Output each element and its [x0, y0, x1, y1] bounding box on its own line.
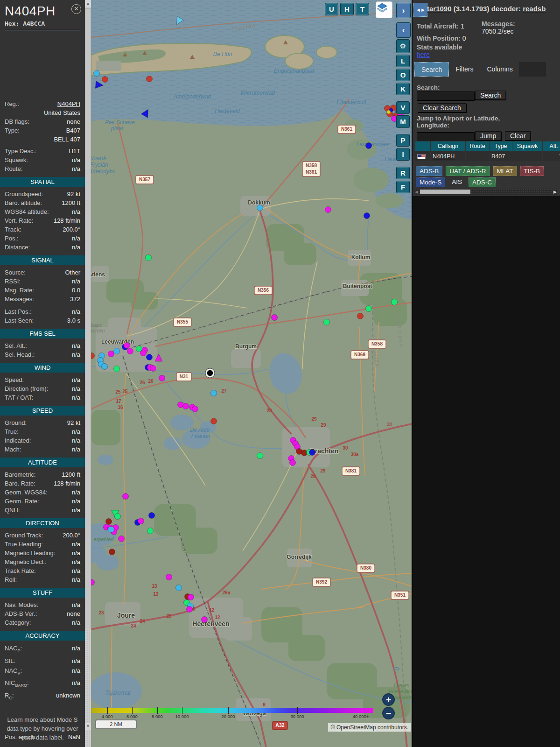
aircraft-marker[interactable] — [387, 110, 391, 114]
aircraft-marker[interactable] — [127, 348, 133, 354]
aircraft-marker[interactable] — [94, 70, 100, 77]
aircraft-marker[interactable] — [123, 493, 129, 500]
map-button-t[interactable]: T — [356, 3, 369, 15]
aircraft-marker[interactable] — [146, 255, 152, 261]
aircraft-marker[interactable] — [357, 313, 364, 319]
panel-collapse-icon[interactable]: ◄► — [413, 3, 427, 17]
aircraft-marker[interactable] — [324, 319, 330, 325]
tab-columns[interactable]: Columns — [480, 62, 519, 77]
aircraft-marker[interactable] — [159, 375, 165, 381]
tab-filters[interactable]: Filters — [449, 62, 480, 77]
map-button-r[interactable]: R — [396, 167, 410, 179]
panel-close-icon[interactable]: ‹ — [396, 22, 411, 38]
aircraft-marker[interactable] — [147, 76, 153, 82]
aircraft-marker[interactable] — [272, 315, 278, 321]
search-button[interactable]: Search — [475, 91, 506, 100]
map-button-u[interactable]: U — [325, 3, 338, 15]
aircraft-marker[interactable] — [147, 528, 154, 534]
map-button-f[interactable]: F — [396, 181, 410, 193]
col-header-Alt. (ft)[interactable]: Alt. (ft) — [543, 141, 560, 151]
scroll-up-icon[interactable]: ▲ — [85, 0, 91, 7]
h-scrollbar-thumb[interactable] — [420, 190, 470, 194]
table-row[interactable]: N404PHB4071200 — [415, 151, 560, 162]
sidebar-scrollbar[interactable]: ▲ ▼ — [85, 0, 91, 747]
aircraft-marker[interactable] — [364, 213, 370, 219]
aircraft-marker[interactable] — [108, 351, 114, 357]
aircraft-marker[interactable] — [366, 306, 372, 312]
aircraft-marker[interactable] — [309, 450, 315, 456]
aircraft-marker[interactable] — [109, 549, 115, 555]
clear-search-button[interactable]: Clear Search — [418, 103, 466, 113]
aircraft-marker[interactable] — [257, 453, 263, 459]
aircraft-marker[interactable] — [115, 514, 121, 520]
map-canvas[interactable]: FryslânDe HônEngelsmanplaatAmelanderwadW… — [91, 0, 412, 747]
aircraft-marker[interactable] — [106, 519, 112, 525]
jump-button[interactable]: Jump — [475, 131, 501, 141]
map-button-h[interactable]: H — [340, 3, 354, 15]
scroll-down-icon[interactable]: ▼ — [85, 723, 91, 730]
col-header-Route[interactable]: Route — [466, 141, 490, 151]
aircraft-marker[interactable] — [114, 348, 120, 354]
map-button-p[interactable]: P — [396, 134, 410, 147]
col-header-Type[interactable]: Type — [490, 141, 512, 151]
osm-link[interactable]: OpenStreetMap — [336, 724, 376, 731]
col-header-flag[interactable] — [415, 141, 431, 151]
registration-link[interactable]: N404PH — [19, 99, 80, 108]
aircraft-marker[interactable] — [187, 606, 193, 613]
aircraft-marker[interactable] — [290, 460, 296, 466]
aircraft-marker[interactable] — [257, 205, 263, 211]
aircraft-marker[interactable] — [183, 403, 189, 409]
scroll-left-icon[interactable]: ◀ — [415, 189, 418, 195]
col-header-Squawk[interactable]: Squawk — [512, 141, 543, 151]
aircraft-marker[interactable] — [136, 346, 142, 352]
scrollbar-thumb[interactable] — [85, 8, 91, 629]
aircraft-marker[interactable] — [102, 77, 108, 83]
map-button-k[interactable]: K — [396, 83, 410, 95]
map-button-o[interactable]: O — [396, 69, 410, 81]
jump-input[interactable] — [417, 132, 475, 141]
aircraft-marker[interactable] — [150, 366, 156, 372]
panel-open-icon[interactable]: › — [396, 3, 411, 18]
tab-search[interactable]: Search — [414, 62, 449, 77]
legend-ads-c[interactable]: ADS-C — [469, 177, 496, 187]
map-button-m[interactable]: M — [396, 115, 410, 128]
aircraft-marker[interactable] — [124, 343, 130, 349]
legend-uat-ads-r[interactable]: UAT / ADS-R — [446, 166, 490, 176]
aircraft-marker[interactable] — [138, 518, 144, 524]
legend-mode-s[interactable]: Mode-S — [416, 177, 445, 187]
map-button-i[interactable]: I — [396, 148, 410, 161]
legend-mlat[interactable]: MLAT — [493, 166, 517, 176]
aircraft-marker[interactable] — [102, 364, 108, 370]
aircraft-marker[interactable] — [325, 207, 331, 213]
selected-aircraft-marker[interactable] — [205, 368, 215, 378]
legend-ais[interactable]: AIS — [448, 177, 465, 187]
zoom-in-button[interactable]: + — [382, 693, 395, 706]
map-svg[interactable]: FryslânDe HônEngelsmanplaatAmelanderwadW… — [91, 0, 412, 747]
stats-here-link[interactable]: here — [417, 51, 430, 58]
aircraft-marker[interactable] — [147, 354, 153, 360]
aircraft-marker[interactable] — [108, 527, 114, 533]
close-icon[interactable]: ✕ — [71, 4, 81, 14]
aircraft-marker[interactable] — [188, 594, 194, 600]
aircraft-marker[interactable] — [211, 418, 217, 424]
map-button-v[interactable]: V — [396, 101, 410, 114]
zoom-out-button[interactable]: − — [382, 707, 395, 719]
layers-icon[interactable] — [376, 1, 392, 18]
col-header-Callsign[interactable]: Callsign — [431, 141, 466, 151]
app-title-link[interactable]: tar1090 — [427, 5, 452, 13]
search-input[interactable] — [417, 92, 475, 101]
aircraft-marker[interactable] — [166, 574, 172, 580]
aircraft-marker[interactable] — [392, 299, 398, 305]
aircraft-marker[interactable] — [114, 366, 120, 372]
aircraft-marker[interactable] — [366, 143, 372, 149]
aircraft-marker[interactable] — [119, 536, 125, 542]
aircraft-marker[interactable] — [192, 406, 198, 412]
decoder-link[interactable]: readsb — [523, 5, 546, 13]
jump-clear-button[interactable]: Clear — [505, 131, 531, 141]
aircraft-marker[interactable] — [202, 617, 208, 623]
aircraft-marker[interactable] — [176, 585, 182, 591]
scroll-right-icon[interactable]: ▶ — [553, 189, 557, 195]
aircraft-marker[interactable] — [149, 513, 155, 519]
table-h-scrollbar[interactable]: ◀ ▶ — [414, 189, 557, 195]
legend-tis-b[interactable]: TIS-B — [520, 166, 544, 176]
